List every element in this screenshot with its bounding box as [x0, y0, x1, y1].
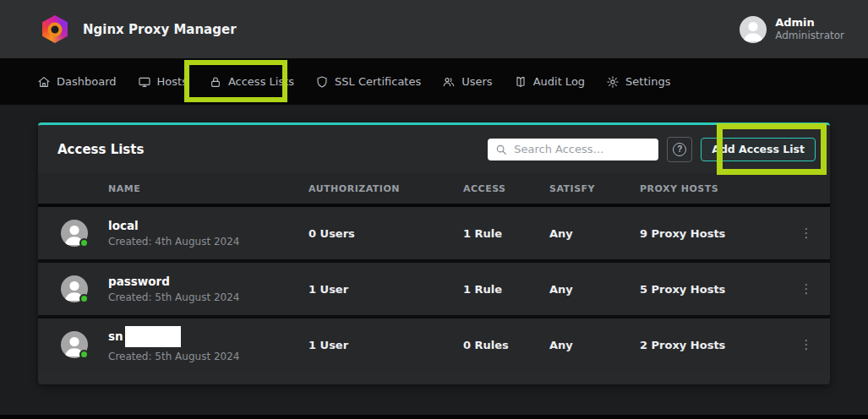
table-row[interactable]: password Created: 5th August 2024 1 User…: [38, 263, 830, 315]
user-name: Admin: [775, 16, 844, 30]
created-date: Created: 4th August 2024: [108, 236, 239, 248]
satisfy-cell: Any: [549, 227, 640, 240]
person-icon: [740, 16, 767, 43]
nginx-proxy-manager-logo-icon: [42, 15, 68, 43]
column-header-proxy-hosts: PROXY HOSTS: [640, 183, 783, 194]
proxy-hosts-cell: 5 Proxy Hosts: [640, 283, 783, 296]
app-header: Nginx Proxy Manager Admin Administrator: [0, 0, 868, 58]
user-avatar: [740, 16, 767, 43]
row-avatar: [61, 220, 88, 247]
page-title: Access Lists: [57, 142, 144, 157]
created-date: Created: 5th August 2024: [108, 351, 239, 362]
nav-label: Users: [461, 75, 492, 88]
satisfy-cell: Any: [549, 339, 640, 351]
row-actions-kebab-icon[interactable]: ⋮: [783, 281, 830, 297]
nav-item-users[interactable]: Users: [442, 75, 492, 89]
panel-toolbar: Access Lists ? Add Access List: [38, 125, 830, 173]
redaction-box: [125, 326, 181, 347]
app-title: Nginx Proxy Manager: [83, 22, 237, 37]
access-cell: 1 Rule: [463, 227, 549, 240]
table-row[interactable]: local Created: 4th August 2024 0 Users 1…: [38, 207, 830, 259]
monitor-icon: [138, 75, 151, 89]
access-lists-panel: Access Lists ? Add Access List NAME AUTH…: [38, 122, 830, 384]
shield-icon: [315, 75, 329, 89]
user-menu[interactable]: Admin Administrator: [740, 16, 844, 43]
gear-icon: [606, 75, 620, 89]
access-cell: 1 Rule: [463, 283, 549, 296]
book-icon: [514, 75, 527, 89]
nav-item-audit-log[interactable]: Audit Log: [514, 75, 585, 89]
satisfy-cell: Any: [549, 283, 640, 296]
row-actions-kebab-icon[interactable]: ⋮: [783, 337, 830, 352]
search-box: [488, 139, 658, 161]
nav-item-settings[interactable]: Settings: [606, 75, 670, 89]
app-window: Nginx Proxy Manager Admin Administrator …: [0, 0, 868, 419]
proxy-hosts-cell: 2 Proxy Hosts: [640, 339, 783, 351]
access-list-name: local: [108, 219, 239, 232]
name-cell: local Created: 4th August 2024: [38, 219, 308, 248]
user-role: Administrator: [775, 30, 844, 42]
search-access-input[interactable]: [514, 143, 651, 155]
created-date: Created: 5th August 2024: [108, 291, 239, 303]
users-icon: [442, 75, 456, 89]
authorization-cell: 1 User: [308, 339, 463, 351]
add-access-list-button[interactable]: Add Access List: [701, 138, 816, 161]
authorization-cell: 0 Users: [308, 227, 463, 240]
table-header-row: NAME AUTHORIZATION ACCESS SATISFY PROXY …: [38, 173, 830, 204]
access-list-name: password: [108, 275, 239, 288]
nav-label: Access Lists: [228, 75, 294, 88]
help-button[interactable]: ?: [667, 137, 692, 162]
table-row[interactable]: sn Created: 5th August 2024 1 User 0 Rul…: [38, 318, 830, 371]
user-text: Admin Administrator: [775, 16, 844, 42]
column-header-access: ACCESS: [463, 183, 549, 194]
nav-label: Settings: [625, 75, 670, 88]
nav-label: Hosts: [157, 75, 188, 88]
column-header-satisfy: SATISFY: [549, 183, 640, 194]
row-actions-kebab-icon[interactable]: ⋮: [783, 226, 830, 241]
nav-label: Dashboard: [57, 75, 117, 88]
access-cell: 0 Rules: [463, 339, 549, 351]
row-avatar: [61, 331, 88, 358]
column-header-name: NAME: [38, 183, 308, 194]
access-list-name: sn: [108, 326, 239, 347]
authorization-cell: 1 User: [308, 283, 463, 296]
main-nav: Dashboard Hosts Access Lists SSL Certifi…: [0, 58, 868, 105]
home-icon: [37, 75, 51, 89]
nav-item-access-lists[interactable]: Access Lists: [209, 75, 294, 89]
nav-item-dashboard[interactable]: Dashboard: [37, 75, 117, 89]
nav-label: SSL Certificates: [335, 75, 421, 88]
name-cell: password Created: 5th August 2024: [38, 275, 308, 304]
question-mark-icon: ?: [673, 143, 686, 156]
nav-item-ssl-certificates[interactable]: SSL Certificates: [315, 75, 421, 89]
proxy-hosts-cell: 9 Proxy Hosts: [640, 227, 783, 240]
online-status-dot: [79, 350, 89, 359]
online-status-dot: [79, 294, 89, 303]
brand: Nginx Proxy Manager: [42, 15, 237, 43]
name-cell: sn Created: 5th August 2024: [38, 326, 308, 362]
nav-item-hosts[interactable]: Hosts: [138, 75, 188, 89]
window-bottom-edge: [0, 415, 868, 419]
row-avatar: [61, 275, 88, 302]
panel-controls: ? Add Access List: [488, 137, 816, 162]
online-status-dot: [79, 238, 89, 248]
column-header-authorization: AUTHORIZATION: [308, 183, 463, 194]
lock-icon: [209, 75, 222, 89]
search-icon: [495, 144, 507, 155]
nav-label: Audit Log: [533, 75, 585, 88]
